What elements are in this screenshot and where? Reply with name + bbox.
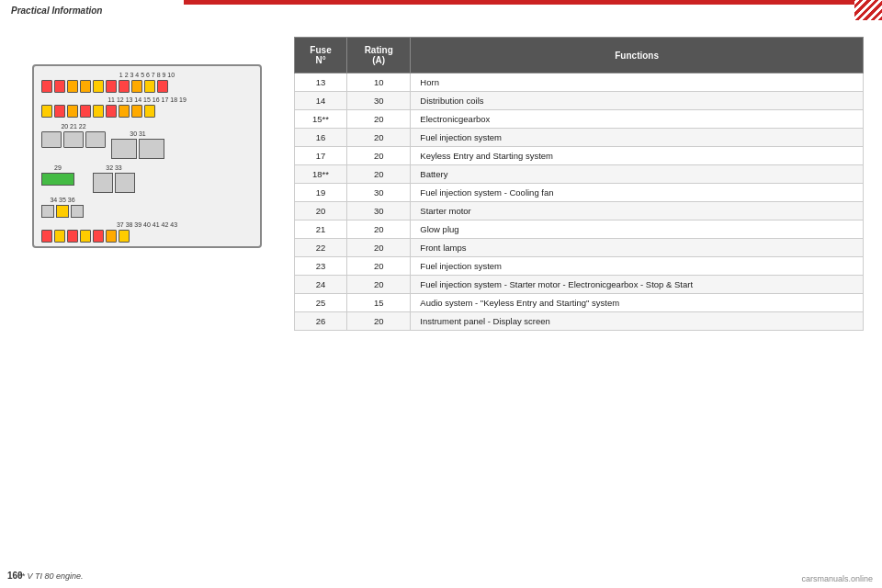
function-cell: Front lamps (411, 239, 864, 257)
fuse-number-cell: 15** (295, 110, 347, 129)
rating-cell: 20 (347, 239, 411, 257)
fuse-9 (144, 80, 155, 93)
fuse-21 (63, 131, 84, 148)
fuse-number-cell: 16 (295, 129, 347, 147)
fuse-label-37-43: 37 38 39 40 41 42 43 (41, 221, 253, 228)
fuse-15 (93, 105, 104, 118)
fuse-8 (131, 80, 142, 93)
fuse-number-cell: 17 (295, 147, 347, 165)
fuse-16 (106, 105, 117, 118)
rating-cell: 30 (347, 202, 411, 220)
fuse-number-cell: 24 (295, 276, 347, 294)
table-row: 1930Fuel injection system - Cooling fan (295, 184, 864, 202)
footer-note: ** V TI 80 engine. (18, 571, 84, 581)
rating-cell: 20 (347, 147, 411, 165)
fuse-label-30-31: 30 31 (111, 130, 164, 137)
rating-cell: 20 (347, 220, 411, 239)
fuse-top-row (41, 80, 253, 93)
fuse-number-cell: 23 (295, 257, 347, 276)
fuse-number-cell: 18** (295, 165, 347, 184)
fuse-label-34-36: 34 35 36 (41, 197, 84, 203)
table-header-row: FuseN° Rating(A) Functions (295, 38, 864, 74)
table-row: 2220Front lamps (295, 239, 864, 257)
fuse-1 (41, 80, 52, 93)
fuse-39 (67, 230, 78, 243)
fuse-number-cell: 19 (295, 184, 347, 202)
table-row: 2420Fuel injection system - Starter moto… (295, 276, 864, 294)
fuse-32 (93, 173, 113, 193)
rating-cell: 20 (347, 165, 411, 184)
table-row: 1430Distribution coils (295, 92, 864, 110)
function-cell: Distribution coils (411, 92, 864, 110)
main-content: 1 2 3 4 5 6 7 8 9 10 11 12 13 14 15 16 1… (0, 28, 882, 570)
fuse-label-20-22: 20 21 22 (41, 123, 106, 130)
function-cell: Instrument panel - Display screen (411, 312, 864, 331)
function-cell: Keyless Entry and Starting system (411, 147, 864, 165)
fuse-number-cell: 13 (295, 74, 347, 92)
page-number-value: 160 (7, 571, 23, 581)
table-row: 2515Audio system - "Keyless Entry and St… (295, 294, 864, 312)
table-row: 18**20Battery (295, 165, 864, 184)
fuse-30 (111, 139, 137, 159)
fuse-box-image: 1 2 3 4 5 6 7 8 9 10 11 12 13 14 15 16 1… (32, 64, 262, 248)
fuse-38 (54, 230, 65, 243)
fuse-row-label-2: 11 12 13 14 15 16 17 18 19 (41, 96, 253, 103)
fuse-number-cell: 26 (295, 312, 347, 331)
fuse-2 (54, 80, 65, 93)
rating-cell: 20 (347, 257, 411, 276)
rating-cell: 20 (347, 312, 411, 331)
fuse-29 (41, 173, 74, 186)
table-row: 1310Horn (295, 74, 864, 92)
fuse-5 (93, 80, 104, 93)
fuse-table-section: FuseN° Rating(A) Functions 1310Horn1430D… (294, 37, 864, 560)
header-bar: Practical Information (0, 0, 882, 20)
fuse-43 (119, 230, 130, 243)
fuse-31 (139, 139, 164, 159)
table-row: 2320Fuel injection system (295, 257, 864, 276)
function-cell: Battery (411, 165, 864, 184)
fuse-table: FuseN° Rating(A) Functions 1310Horn1430D… (294, 37, 864, 331)
rating-cell: 20 (347, 129, 411, 147)
fuse-row-label-1: 1 2 3 4 5 6 7 8 9 10 (41, 72, 253, 78)
fuse-3 (67, 80, 78, 93)
rating-cell: 20 (347, 110, 411, 129)
page-number: 160 (7, 571, 23, 581)
fuse-34 (41, 205, 54, 218)
fuse-number-cell: 21 (295, 220, 347, 239)
fuse-6 (106, 80, 117, 93)
watermark-text: carsmanuals.online (801, 574, 873, 583)
function-cell: Fuel injection system - Starter motor - … (411, 276, 864, 294)
rating-cell: 15 (347, 294, 411, 312)
fuse-label-32-33: 32 33 (93, 164, 135, 171)
table-row: 1620Fuel injection system (295, 129, 864, 147)
function-cell: Horn (411, 74, 864, 92)
fuse-18 (131, 105, 142, 118)
fuse-11 (41, 105, 52, 118)
fuse-42 (106, 230, 117, 243)
function-cell: Fuel injection system - Cooling fan (411, 184, 864, 202)
table-row: 2620Instrument panel - Display screen (295, 312, 864, 331)
fuse-37 (41, 230, 52, 243)
watermark: carsmanuals.online (801, 574, 873, 583)
table-body: 1310Horn1430Distribution coils15**20Elec… (295, 74, 864, 331)
function-cell: Audio system - "Keyless Entry and Starti… (411, 294, 864, 312)
fuse-19 (144, 105, 155, 118)
col-header-rating: Rating(A) (347, 38, 411, 74)
fuse-36 (71, 205, 84, 218)
rating-cell: 30 (347, 184, 411, 202)
fuse-number-cell: 25 (295, 294, 347, 312)
fuse-20 (41, 131, 62, 148)
fuse-14 (80, 105, 91, 118)
fuse-12 (54, 105, 65, 118)
rating-cell: 30 (347, 92, 411, 110)
table-row: 2120Glow plug (295, 220, 864, 239)
function-cell: Starter motor (411, 202, 864, 220)
fuse-number-cell: 22 (295, 239, 347, 257)
function-cell: Electronicgearbox (411, 110, 864, 129)
fuse-10 (157, 80, 168, 93)
fuse-diagram-section: 1 2 3 4 5 6 7 8 9 10 11 12 13 14 15 16 1… (18, 37, 276, 560)
fuse-35 (56, 205, 69, 218)
rating-cell: 10 (347, 74, 411, 92)
fuse-40 (80, 230, 91, 243)
table-row: 2030Starter motor (295, 202, 864, 220)
